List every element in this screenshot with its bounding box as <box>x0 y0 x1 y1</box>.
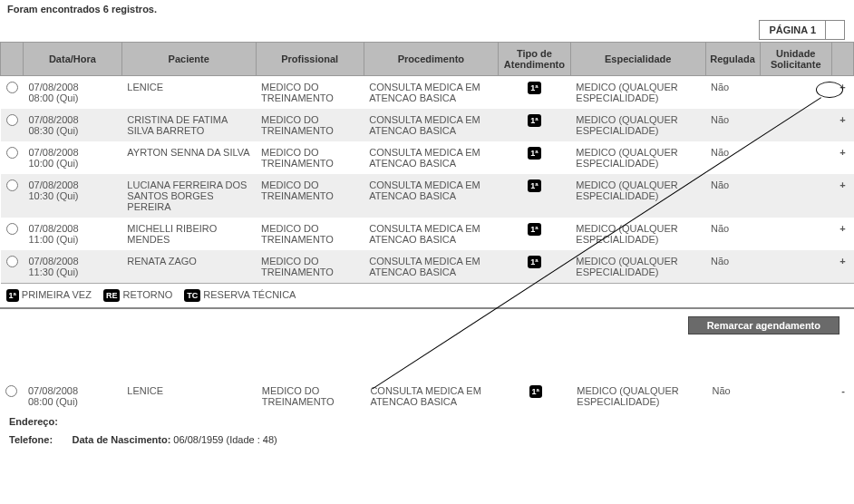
cell-paciente: RENATA ZAGO <box>121 250 256 284</box>
cell-espec: MEDICO (QUALQUER ESPECIALIDADE) <box>570 109 705 141</box>
cell-paciente: LUCIANA FERREIRA DOS SANTOS BORGES PEREI… <box>121 174 256 218</box>
expand-icon[interactable]: + <box>832 250 854 284</box>
cell-datahora: 07/08/200808:00 (Qui) <box>24 76 122 110</box>
cell-proc: CONSULTA MEDICA EM ATENCAO BASICA <box>364 250 498 284</box>
cell-prof: MEDICO DO TREINAMENTO <box>256 109 364 141</box>
collapse-icon[interactable]: - <box>832 380 854 412</box>
cell-espec: MEDICO (QUALQUER ESPECIALIDADE) <box>570 174 705 218</box>
tipo-badge-icon: 1ª <box>528 179 540 192</box>
legend-primeira-label: PRIMEIRA VEZ <box>22 289 92 300</box>
cell-reg: Não <box>705 141 760 174</box>
expand-icon[interactable]: + <box>832 141 854 174</box>
badge-primeira-icon: 1ª <box>6 289 19 302</box>
col-regulada: Regulada <box>705 43 760 76</box>
cell-prof: MEDICO DO TREINAMENTO <box>256 250 364 284</box>
row-radio[interactable] <box>6 179 18 191</box>
cell-prof: MEDICO DO TREINAMENTO <box>256 174 364 218</box>
cell-prof: MEDICO DO TREINAMENTO <box>256 76 364 110</box>
col-datahora: Data/Hora <box>24 43 122 76</box>
badge-reserva-icon: TC <box>184 289 200 302</box>
detail-proc: CONSULTA MEDICA EM ATENCAO BASICA <box>364 380 500 412</box>
col-paciente: Paciente <box>121 43 256 76</box>
cell-espec: MEDICO (QUALQUER ESPECIALIDADE) <box>570 218 705 250</box>
table-row: 07/08/200810:00 (Qui)AYRTON SENNA DA SIL… <box>1 141 854 174</box>
cell-prof: MEDICO DO TREINAMENTO <box>256 141 364 174</box>
col-especialidade: Especialidade <box>570 43 705 76</box>
table-row: 07/08/200808:00 (Qui)LENICEMEDICO DO TRE… <box>1 76 854 110</box>
cell-datahora: 07/08/200810:30 (Qui) <box>24 174 122 218</box>
expand-icon[interactable]: + <box>832 109 854 141</box>
cell-unid <box>760 218 832 250</box>
cell-reg: Não <box>705 109 760 141</box>
col-expand <box>832 43 854 76</box>
page-next[interactable] <box>826 20 845 40</box>
col-tipo: Tipo de Atendimento <box>498 43 570 76</box>
cell-unid <box>760 109 832 141</box>
tipo-badge-icon: 1ª <box>528 82 540 94</box>
col-unidade: Unidade Solicitante <box>760 43 832 76</box>
cell-datahora: 07/08/200811:00 (Qui) <box>24 218 122 250</box>
legend: 1ªPRIMEIRA VEZ RERETORNO TCRESERVA TÉCNI… <box>1 284 854 308</box>
cell-reg: Não <box>705 250 760 284</box>
detail-espec: MEDICO (QUALQUER ESPECIALIDADE) <box>571 380 706 412</box>
detail-unid <box>761 380 832 412</box>
col-select <box>1 43 24 76</box>
row-radio[interactable] <box>6 256 18 267</box>
cell-reg: Não <box>705 76 760 110</box>
cell-prof: MEDICO DO TREINAMENTO <box>256 218 364 250</box>
appointments-table: Data/Hora Paciente Profissional Procedim… <box>0 42 854 307</box>
cell-datahora: 07/08/200811:30 (Qui) <box>24 250 122 284</box>
detail-tipo-badge-icon: 1ª <box>529 385 542 398</box>
tipo-badge-icon: 1ª <box>528 223 540 236</box>
row-radio[interactable] <box>6 147 18 159</box>
tipo-badge-icon: 1ª <box>528 256 540 268</box>
detail-prof: MEDICO DO TREINAMENTO <box>257 380 365 412</box>
detail-table: 07/08/200808:00 (Qui) LENICE MEDICO DO T… <box>0 380 854 412</box>
expand-icon[interactable]: + <box>832 76 854 110</box>
cell-proc: CONSULTA MEDICA EM ATENCAO BASICA <box>364 174 498 218</box>
col-procedimento: Procedimento <box>364 43 498 76</box>
detail-endereco: Endereço: <box>0 412 854 431</box>
cell-datahora: 07/08/200808:30 (Qui) <box>24 109 122 141</box>
detail-reg: Não <box>707 380 762 412</box>
cell-paciente: AYRTON SENNA DA SILVA <box>121 141 256 174</box>
cell-datahora: 07/08/200810:00 (Qui) <box>24 141 122 174</box>
detail-paciente: LENICE <box>121 380 256 412</box>
row-radio[interactable] <box>6 114 18 126</box>
results-count: Foram encontrados 6 registros. <box>0 0 854 18</box>
row-radio[interactable] <box>6 223 18 235</box>
cell-paciente: MICHELLI RIBEIRO MENDES <box>121 218 256 250</box>
cell-proc: CONSULTA MEDICA EM ATENCAO BASICA <box>364 218 498 250</box>
detail-datahora: 07/08/200808:00 (Qui) <box>23 380 121 412</box>
table-row: 07/08/200811:30 (Qui)RENATA ZAGOMEDICO D… <box>1 250 854 284</box>
detail-radio[interactable] <box>5 385 17 397</box>
legend-reserva-label: RESERVA TÉCNICA <box>203 289 296 300</box>
expand-icon[interactable]: + <box>832 218 854 250</box>
cell-espec: MEDICO (QUALQUER ESPECIALIDADE) <box>570 76 705 110</box>
detail-telefone-nasc: Telefone: Data de Nascimento: 06/08/1959… <box>0 431 854 449</box>
col-profissional: Profissional <box>256 43 364 76</box>
cell-espec: MEDICO (QUALQUER ESPECIALIDADE) <box>570 141 705 174</box>
cell-proc: CONSULTA MEDICA EM ATENCAO BASICA <box>364 109 498 141</box>
expand-icon[interactable]: + <box>832 174 854 218</box>
cell-unid <box>760 250 832 284</box>
cell-unid <box>760 76 832 110</box>
row-radio[interactable] <box>6 82 18 93</box>
cell-reg: Não <box>705 174 760 218</box>
cell-reg: Não <box>705 218 760 250</box>
table-row: 07/08/200811:00 (Qui)MICHELLI RIBEIRO ME… <box>1 218 854 250</box>
remarcar-button[interactable]: Remarcar agendamento <box>688 316 839 334</box>
page-label: PÁGINA 1 <box>759 20 826 40</box>
tipo-badge-icon: 1ª <box>528 114 540 127</box>
table-row: 07/08/200810:30 (Qui)LUCIANA FERREIRA DO… <box>1 174 854 218</box>
cell-proc: CONSULTA MEDICA EM ATENCAO BASICA <box>364 141 498 174</box>
legend-retorno-label: RETORNO <box>122 289 172 300</box>
cell-paciente: CRISTINA DE FATIMA SILVA BARRETO <box>121 109 256 141</box>
cell-paciente: LENICE <box>121 76 256 110</box>
cell-unid <box>760 174 832 218</box>
cell-proc: CONSULTA MEDICA EM ATENCAO BASICA <box>364 76 498 110</box>
pagination: PÁGINA 1 <box>0 20 854 40</box>
tipo-badge-icon: 1ª <box>528 147 540 160</box>
badge-retorno-icon: RE <box>103 289 121 302</box>
table-row: 07/08/200808:30 (Qui)CRISTINA DE FATIMA … <box>1 109 854 141</box>
